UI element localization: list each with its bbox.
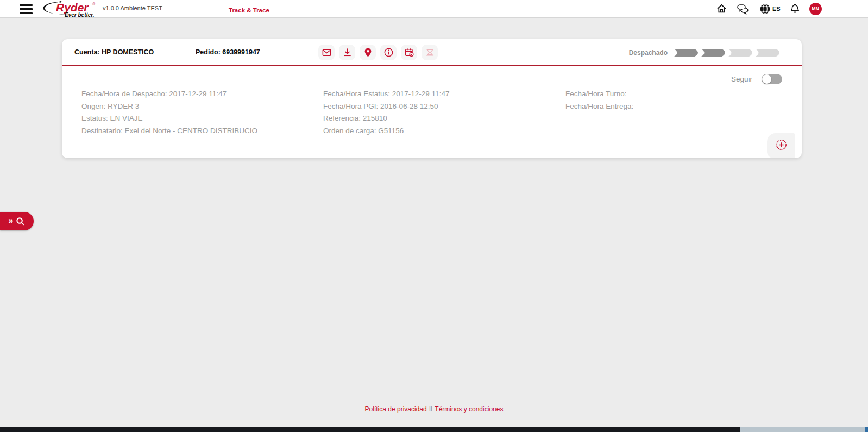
schedule-check-icon[interactable] <box>401 45 417 60</box>
order-label: Pedido: 6939991947 <box>196 48 260 56</box>
avatar-initials: MN <box>812 6 819 11</box>
field-load-order: Orden de carga: G51156 <box>323 125 449 137</box>
field-origin: Origen: RYDER 3 <box>81 101 257 113</box>
search-panel-fab[interactable]: » <box>0 212 34 230</box>
status-progress-bar <box>674 49 782 57</box>
fields-column-middle: Fecha/Hora Estatus: 2017-12-29 11:47 Fec… <box>323 88 449 137</box>
language-label: ES <box>772 5 781 12</box>
field-status: Estatus: EN VIAJE <box>81 112 257 125</box>
progress-step <box>728 49 752 57</box>
topbar-actions: ES MN <box>716 0 822 17</box>
home-icon[interactable] <box>716 3 727 14</box>
fields-column-right: Fecha/Hora Turno: Fecha/Hora Entrega: <box>565 88 633 112</box>
bottom-taskbar-strip <box>0 427 868 432</box>
language-globe-icon[interactable]: ES <box>760 4 781 14</box>
field-delivery-datetime: Fecha/Hora Entrega: <box>565 101 633 113</box>
follow-toggle[interactable] <box>762 74 782 84</box>
terms-link[interactable]: Términos y condiciones <box>435 405 503 413</box>
logo-tagline: Ever better. <box>65 12 94 18</box>
page-footer: Política de privacidadIITérminos y condi… <box>0 405 868 413</box>
chat-icon[interactable] <box>737 3 751 15</box>
info-icon[interactable] <box>380 45 397 60</box>
footer-separator: II <box>429 405 433 413</box>
progress-step <box>674 49 698 57</box>
hamburger-menu-icon[interactable] <box>20 4 33 15</box>
field-status-datetime: Fecha/Hora Estatus: 2017-12-29 11:47 <box>323 88 449 101</box>
taskbar-dark-segment <box>0 427 740 432</box>
notifications-bell-icon[interactable] <box>790 3 800 15</box>
page-title: Track & Trace <box>229 7 269 14</box>
privacy-policy-link[interactable]: Política de privacidad <box>365 405 427 413</box>
field-dispatch-datetime: Fecha/Hora de Despacho: 2017-12-29 11:47 <box>81 88 257 101</box>
logo-registered-mark: ® <box>92 2 96 6</box>
progress-step <box>701 49 725 57</box>
shipment-card: Cuenta: HP DOMESTICO Pedido: 6939991947 <box>62 39 802 158</box>
ryder-logo[interactable]: Ryder ® Ever better. <box>40 0 101 18</box>
progress-step <box>756 49 779 57</box>
follow-label: Seguir <box>731 75 752 83</box>
card-corner-notch <box>767 133 795 158</box>
account-label: Cuenta: HP DOMESTICO <box>74 48 154 56</box>
expand-chevrons-icon: » <box>9 216 14 225</box>
hourglass-icon <box>422 45 438 60</box>
status-label: Despachado <box>629 49 668 57</box>
expand-plus-icon[interactable] <box>776 139 787 151</box>
version-label: v1.0.0 Ambiente TEST <box>103 5 162 11</box>
location-pin-icon[interactable] <box>360 45 376 60</box>
field-shift-datetime: Fecha/Hora Turno: <box>565 88 633 101</box>
card-header: Cuenta: HP DOMESTICO Pedido: 6939991947 <box>62 39 802 66</box>
taskbar-light-segment <box>740 427 865 432</box>
app-root: Ryder ® Ever better. v1.0.0 Ambiente TES… <box>0 0 868 432</box>
fields-column-left: Fecha/Hora de Despacho: 2017-12-29 11:47… <box>81 88 257 137</box>
field-reference: Referencia: 215810 <box>323 112 449 125</box>
search-icon <box>16 217 25 226</box>
follow-row: Seguir <box>731 74 782 84</box>
status-group: Despachado <box>629 39 782 66</box>
taskbar-blue-segment <box>865 427 868 432</box>
email-icon[interactable] <box>318 45 335 60</box>
user-avatar[interactable]: MN <box>809 3 822 15</box>
top-navigation-bar: Ryder ® Ever better. v1.0.0 Ambiente TES… <box>0 0 868 18</box>
field-pgi-datetime: Fecha/Hora PGI: 2016-06-28 12:50 <box>323 101 449 113</box>
field-consignee: Destinatario: Exel del Norte - CENTRO DI… <box>81 125 257 137</box>
download-icon[interactable] <box>339 45 355 60</box>
card-action-icons <box>318 45 438 60</box>
